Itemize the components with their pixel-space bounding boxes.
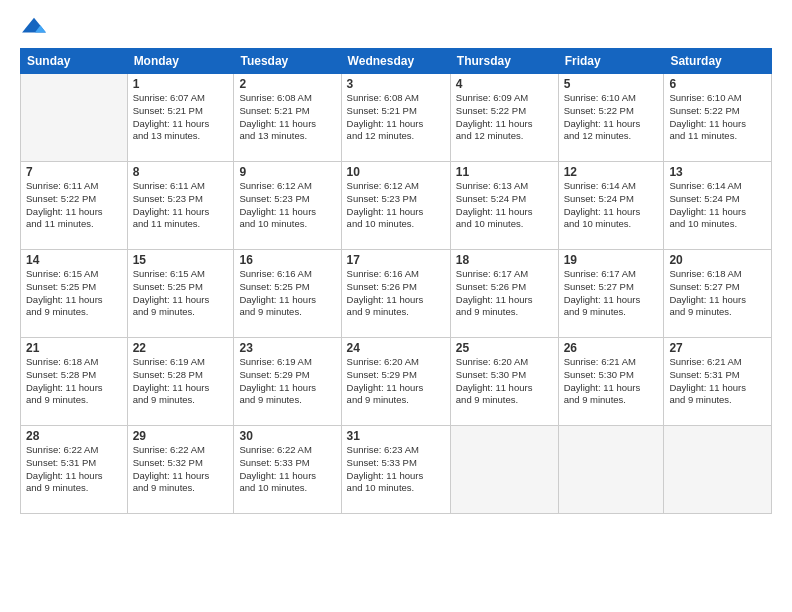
calendar-cell: 1Sunrise: 6:07 AMSunset: 5:21 PMDaylight…: [127, 74, 234, 162]
day-number: 17: [347, 253, 445, 267]
calendar-cell: 30Sunrise: 6:22 AMSunset: 5:33 PMDayligh…: [234, 426, 341, 514]
day-number: 28: [26, 429, 122, 443]
day-number: 3: [347, 77, 445, 91]
calendar-cell: 2Sunrise: 6:08 AMSunset: 5:21 PMDaylight…: [234, 74, 341, 162]
day-info: Sunrise: 6:10 AMSunset: 5:22 PMDaylight:…: [669, 92, 766, 143]
day-info: Sunrise: 6:21 AMSunset: 5:31 PMDaylight:…: [669, 356, 766, 407]
day-info: Sunrise: 6:17 AMSunset: 5:26 PMDaylight:…: [456, 268, 553, 319]
calendar-cell: 19Sunrise: 6:17 AMSunset: 5:27 PMDayligh…: [558, 250, 664, 338]
weekday-header: Friday: [558, 49, 664, 74]
calendar-cell: 31Sunrise: 6:23 AMSunset: 5:33 PMDayligh…: [341, 426, 450, 514]
calendar-cell: 9Sunrise: 6:12 AMSunset: 5:23 PMDaylight…: [234, 162, 341, 250]
calendar-cell: 29Sunrise: 6:22 AMSunset: 5:32 PMDayligh…: [127, 426, 234, 514]
day-number: 20: [669, 253, 766, 267]
day-info: Sunrise: 6:15 AMSunset: 5:25 PMDaylight:…: [133, 268, 229, 319]
day-info: Sunrise: 6:10 AMSunset: 5:22 PMDaylight:…: [564, 92, 659, 143]
day-info: Sunrise: 6:22 AMSunset: 5:33 PMDaylight:…: [239, 444, 335, 495]
day-number: 9: [239, 165, 335, 179]
day-number: 30: [239, 429, 335, 443]
day-info: Sunrise: 6:09 AMSunset: 5:22 PMDaylight:…: [456, 92, 553, 143]
weekday-header: Tuesday: [234, 49, 341, 74]
calendar-cell: [558, 426, 664, 514]
day-info: Sunrise: 6:08 AMSunset: 5:21 PMDaylight:…: [347, 92, 445, 143]
weekday-header: Wednesday: [341, 49, 450, 74]
day-number: 2: [239, 77, 335, 91]
calendar-cell: 23Sunrise: 6:19 AMSunset: 5:29 PMDayligh…: [234, 338, 341, 426]
day-info: Sunrise: 6:22 AMSunset: 5:31 PMDaylight:…: [26, 444, 122, 495]
day-info: Sunrise: 6:20 AMSunset: 5:30 PMDaylight:…: [456, 356, 553, 407]
day-info: Sunrise: 6:17 AMSunset: 5:27 PMDaylight:…: [564, 268, 659, 319]
day-number: 10: [347, 165, 445, 179]
day-number: 8: [133, 165, 229, 179]
calendar-cell: [664, 426, 772, 514]
day-number: 25: [456, 341, 553, 355]
day-number: 31: [347, 429, 445, 443]
calendar-cell: 14Sunrise: 6:15 AMSunset: 5:25 PMDayligh…: [21, 250, 128, 338]
header: [20, 16, 772, 38]
day-number: 26: [564, 341, 659, 355]
day-info: Sunrise: 6:16 AMSunset: 5:25 PMDaylight:…: [239, 268, 335, 319]
logo: [20, 16, 52, 38]
calendar-cell: 11Sunrise: 6:13 AMSunset: 5:24 PMDayligh…: [450, 162, 558, 250]
calendar-cell: 7Sunrise: 6:11 AMSunset: 5:22 PMDaylight…: [21, 162, 128, 250]
calendar-cell: 27Sunrise: 6:21 AMSunset: 5:31 PMDayligh…: [664, 338, 772, 426]
calendar-cell: 12Sunrise: 6:14 AMSunset: 5:24 PMDayligh…: [558, 162, 664, 250]
calendar-cell: 6Sunrise: 6:10 AMSunset: 5:22 PMDaylight…: [664, 74, 772, 162]
day-number: 18: [456, 253, 553, 267]
page: SundayMondayTuesdayWednesdayThursdayFrid…: [0, 0, 792, 612]
day-info: Sunrise: 6:12 AMSunset: 5:23 PMDaylight:…: [347, 180, 445, 231]
day-number: 4: [456, 77, 553, 91]
calendar-cell: 25Sunrise: 6:20 AMSunset: 5:30 PMDayligh…: [450, 338, 558, 426]
day-number: 16: [239, 253, 335, 267]
day-info: Sunrise: 6:23 AMSunset: 5:33 PMDaylight:…: [347, 444, 445, 495]
logo-icon: [20, 16, 48, 38]
day-number: 21: [26, 341, 122, 355]
day-number: 19: [564, 253, 659, 267]
calendar-cell: 5Sunrise: 6:10 AMSunset: 5:22 PMDaylight…: [558, 74, 664, 162]
weekday-header: Saturday: [664, 49, 772, 74]
calendar-cell: 17Sunrise: 6:16 AMSunset: 5:26 PMDayligh…: [341, 250, 450, 338]
day-info: Sunrise: 6:18 AMSunset: 5:28 PMDaylight:…: [26, 356, 122, 407]
calendar-cell: 18Sunrise: 6:17 AMSunset: 5:26 PMDayligh…: [450, 250, 558, 338]
day-info: Sunrise: 6:13 AMSunset: 5:24 PMDaylight:…: [456, 180, 553, 231]
day-info: Sunrise: 6:21 AMSunset: 5:30 PMDaylight:…: [564, 356, 659, 407]
day-number: 22: [133, 341, 229, 355]
day-info: Sunrise: 6:18 AMSunset: 5:27 PMDaylight:…: [669, 268, 766, 319]
day-number: 7: [26, 165, 122, 179]
calendar-cell: 24Sunrise: 6:20 AMSunset: 5:29 PMDayligh…: [341, 338, 450, 426]
day-info: Sunrise: 6:14 AMSunset: 5:24 PMDaylight:…: [564, 180, 659, 231]
calendar-cell: 28Sunrise: 6:22 AMSunset: 5:31 PMDayligh…: [21, 426, 128, 514]
weekday-header: Monday: [127, 49, 234, 74]
day-number: 24: [347, 341, 445, 355]
day-info: Sunrise: 6:08 AMSunset: 5:21 PMDaylight:…: [239, 92, 335, 143]
day-number: 14: [26, 253, 122, 267]
day-info: Sunrise: 6:11 AMSunset: 5:23 PMDaylight:…: [133, 180, 229, 231]
calendar-cell: 21Sunrise: 6:18 AMSunset: 5:28 PMDayligh…: [21, 338, 128, 426]
day-info: Sunrise: 6:14 AMSunset: 5:24 PMDaylight:…: [669, 180, 766, 231]
calendar-cell: 16Sunrise: 6:16 AMSunset: 5:25 PMDayligh…: [234, 250, 341, 338]
day-info: Sunrise: 6:19 AMSunset: 5:29 PMDaylight:…: [239, 356, 335, 407]
calendar-cell: 10Sunrise: 6:12 AMSunset: 5:23 PMDayligh…: [341, 162, 450, 250]
day-info: Sunrise: 6:22 AMSunset: 5:32 PMDaylight:…: [133, 444, 229, 495]
day-number: 12: [564, 165, 659, 179]
day-number: 27: [669, 341, 766, 355]
day-number: 15: [133, 253, 229, 267]
day-info: Sunrise: 6:20 AMSunset: 5:29 PMDaylight:…: [347, 356, 445, 407]
day-info: Sunrise: 6:16 AMSunset: 5:26 PMDaylight:…: [347, 268, 445, 319]
day-number: 6: [669, 77, 766, 91]
day-info: Sunrise: 6:15 AMSunset: 5:25 PMDaylight:…: [26, 268, 122, 319]
calendar-cell: [21, 74, 128, 162]
weekday-header: Thursday: [450, 49, 558, 74]
day-number: 5: [564, 77, 659, 91]
calendar-cell: 8Sunrise: 6:11 AMSunset: 5:23 PMDaylight…: [127, 162, 234, 250]
weekday-header: Sunday: [21, 49, 128, 74]
calendar-cell: 15Sunrise: 6:15 AMSunset: 5:25 PMDayligh…: [127, 250, 234, 338]
calendar-cell: 3Sunrise: 6:08 AMSunset: 5:21 PMDaylight…: [341, 74, 450, 162]
day-info: Sunrise: 6:19 AMSunset: 5:28 PMDaylight:…: [133, 356, 229, 407]
calendar: SundayMondayTuesdayWednesdayThursdayFrid…: [20, 48, 772, 514]
calendar-cell: 4Sunrise: 6:09 AMSunset: 5:22 PMDaylight…: [450, 74, 558, 162]
day-number: 11: [456, 165, 553, 179]
day-number: 13: [669, 165, 766, 179]
day-number: 29: [133, 429, 229, 443]
calendar-cell: 22Sunrise: 6:19 AMSunset: 5:28 PMDayligh…: [127, 338, 234, 426]
